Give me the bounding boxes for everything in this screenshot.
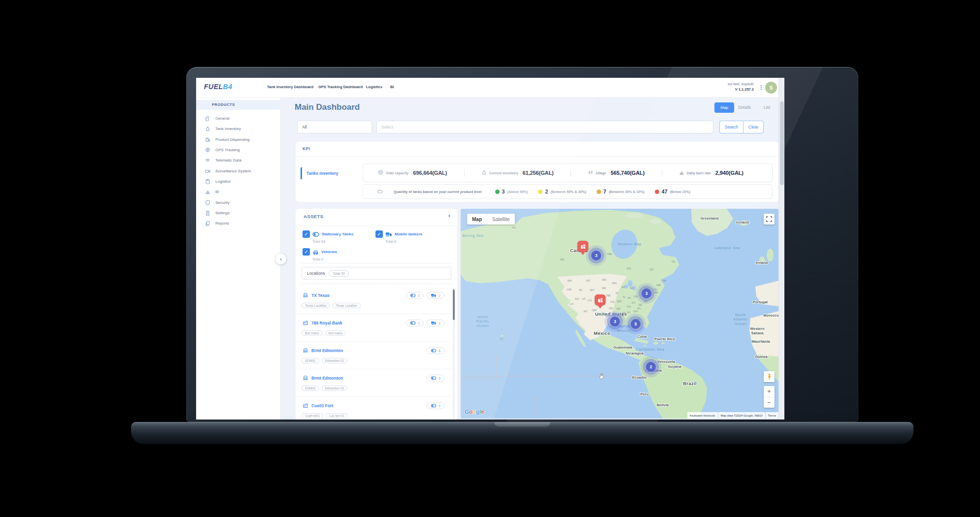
- metric-label: Ullage: [596, 171, 606, 175]
- zoom-out-button[interactable]: −: [764, 397, 775, 408]
- sidebar-item-gps-tracking[interactable]: GPS Tracking: [196, 145, 281, 155]
- asset-list-item[interactable]: Brmt Edmonton 3 EDM02 Edmonton 02: [296, 369, 451, 397]
- metric-value: 2,940(GAL): [715, 170, 743, 176]
- terms-link[interactable]: Terms: [765, 412, 778, 419]
- asset-tag: EDM02: [302, 386, 319, 391]
- view-toggle-map[interactable]: Map: [714, 102, 734, 113]
- sidebar-item-label: General: [215, 116, 229, 121]
- sidebar-item-reports[interactable]: Reports: [196, 218, 281, 228]
- divider: [296, 226, 457, 226]
- app-version: V 1.1.257.2: [699, 87, 754, 92]
- nav-gps-tracking-dashboard[interactable]: GPS Tracking Dashboard: [318, 85, 363, 89]
- map-type-satellite[interactable]: Satellite: [487, 214, 515, 225]
- sidebar-item-telematic-data[interactable]: Telematic Data: [196, 155, 281, 165]
- asset-tag: Edmonton 02: [322, 386, 348, 391]
- sidebar-item-label: Surveillance System: [215, 169, 251, 173]
- bucket-range: (Between 50% & 30%): [550, 190, 586, 194]
- clear-button[interactable]: Clear: [743, 121, 764, 133]
- sidebar-item-general[interactable]: General: [196, 113, 281, 124]
- view-toggle-list[interactable]: List: [764, 105, 770, 110]
- scrollbar-thumb[interactable]: [453, 290, 455, 320]
- factory-icon: [303, 401, 308, 410]
- building-pin-icon: [598, 297, 603, 303]
- sidebar: PRODUCTS General Tank Inventory Product …: [196, 97, 281, 420]
- truck-count-badge: 1: [427, 320, 444, 326]
- asset-list-item[interactable]: TX Texas 2 2 Texas Location Texas Locati…: [296, 287, 451, 314]
- map-pin-marker[interactable]: [577, 241, 588, 252]
- tanker-truck-icon: [385, 232, 392, 237]
- map[interactable]: CanadaUnited StatesMexicoBrazilGuatemala…: [461, 209, 778, 419]
- zoom-in-button[interactable]: +: [764, 386, 775, 397]
- asset-list-item[interactable]: Brmt Edmonton 6 EDM01 Edmonton 01: [296, 342, 451, 369]
- tab-tanks-inventory[interactable]: Tanks Inventory: [301, 167, 338, 179]
- filter-stationary-tanks[interactable]: ✓ Stationary Tanks Total 53: [303, 230, 353, 244]
- keyboard-shortcuts-link[interactable]: Keyboard shortcuts: [687, 412, 718, 419]
- filter-buttons: Search Clear: [719, 121, 764, 133]
- page-scrollbar[interactable]: [778, 78, 784, 420]
- metric-total-capacity: Total capacity 696,664(GAL): [378, 168, 447, 177]
- checkbox-checked[interactable]: ✓: [303, 248, 310, 256]
- asset-tag: Texas Location: [332, 303, 360, 308]
- sidebar-item-settings[interactable]: Settings: [196, 208, 281, 218]
- sidebar-collapse-button[interactable]: ‹: [275, 254, 286, 264]
- map-markers: 33352: [461, 209, 778, 419]
- asset-list-item[interactable]: 789 Royal Bank 1 1 test manu test manu: [296, 314, 451, 342]
- nav-logistics[interactable]: Logistics: [366, 85, 382, 89]
- map-type-map[interactable]: Map: [467, 217, 487, 222]
- metric-label: Total capacity: [386, 171, 408, 175]
- asset-badges: 3: [427, 375, 444, 382]
- asset-tag: EDM01: [302, 358, 319, 363]
- filter-label: Mobile tankers: [395, 232, 422, 236]
- asset-list-item[interactable]: Cus01 Fort 3 CusFort01 Loc fort 01: [296, 397, 451, 420]
- divider: [662, 169, 662, 177]
- tank-icon: [377, 187, 383, 196]
- sidebar-item-tank-inventory[interactable]: Tank Inventory: [196, 124, 281, 134]
- chevron-left-icon[interactable]: ‹: [448, 212, 450, 219]
- gps-wheel-icon: [205, 147, 211, 153]
- map-cluster-marker[interactable]: 5: [631, 319, 641, 329]
- wifi-icon: [205, 158, 211, 163]
- sidebar-item-bi[interactable]: BI: [196, 187, 281, 197]
- kebab-menu-icon[interactable]: ⋮: [758, 84, 764, 91]
- search-input[interactable]: [376, 121, 713, 133]
- fullscreen-button[interactable]: [764, 214, 775, 225]
- kpi-card: KPI Tanks Inventory Total capacity 696,6…: [296, 142, 778, 202]
- sidebar-item-security[interactable]: Security: [196, 197, 281, 207]
- checkbox-checked[interactable]: ✓: [375, 230, 383, 238]
- filter-mobile-tankers[interactable]: ✓ Mobile tankers Total 6: [375, 230, 422, 244]
- asset-name: TX Texas: [311, 293, 330, 298]
- search-button[interactable]: Search: [719, 121, 743, 133]
- map-cluster-marker[interactable]: 2: [646, 362, 656, 372]
- droplet-icon: [205, 126, 211, 131]
- filter-total: Total 0: [312, 257, 337, 261]
- filter-vehicles[interactable]: ✓ Vehicles Total 0: [303, 248, 337, 261]
- dashed-divider: [302, 284, 451, 284]
- pegman-button[interactable]: [764, 371, 775, 382]
- bucket-50-30: 2 (Between 50% & 30%): [538, 189, 586, 194]
- nav-tank-inventory-dashboard[interactable]: Tank Inventory Dashboard: [267, 85, 313, 89]
- checkbox-checked[interactable]: ✓: [303, 230, 310, 238]
- truck-count-badge: 2: [427, 292, 444, 299]
- map-pin-marker[interactable]: [595, 294, 606, 305]
- app-logo[interactable]: FUELB4: [204, 83, 232, 91]
- shield-icon: [205, 200, 211, 205]
- sidebar-item-surveillance-system[interactable]: Surveillance System: [196, 165, 281, 176]
- dashed-divider: [302, 263, 451, 263]
- category-select[interactable]: All: [297, 121, 372, 133]
- view-toggle-details[interactable]: Details: [738, 105, 751, 110]
- car-icon: [312, 249, 319, 255]
- nav-bi[interactable]: BI: [390, 85, 394, 89]
- sidebar-item-logistics[interactable]: Logistics: [196, 176, 281, 187]
- sidebar-item-product-dispensing[interactable]: Product Dispensing: [196, 134, 281, 145]
- map-cluster-marker[interactable]: 3: [610, 317, 620, 326]
- google-logo[interactable]: Google: [465, 409, 484, 415]
- map-cluster-marker[interactable]: 3: [591, 251, 601, 260]
- sidebar-items: General Tank Inventory Product Dispensin…: [196, 113, 281, 228]
- metric-value: 696,664(GAL): [413, 170, 447, 176]
- bucket-range: (Above 50%): [507, 190, 528, 194]
- tank-count-badge: 1: [406, 320, 424, 326]
- avatar[interactable]: S: [765, 82, 777, 94]
- locations-filter[interactable]: Locations Total 30: [302, 267, 451, 280]
- page-scrollbar-thumb[interactable]: [780, 101, 784, 185]
- map-cluster-marker[interactable]: 3: [642, 289, 651, 298]
